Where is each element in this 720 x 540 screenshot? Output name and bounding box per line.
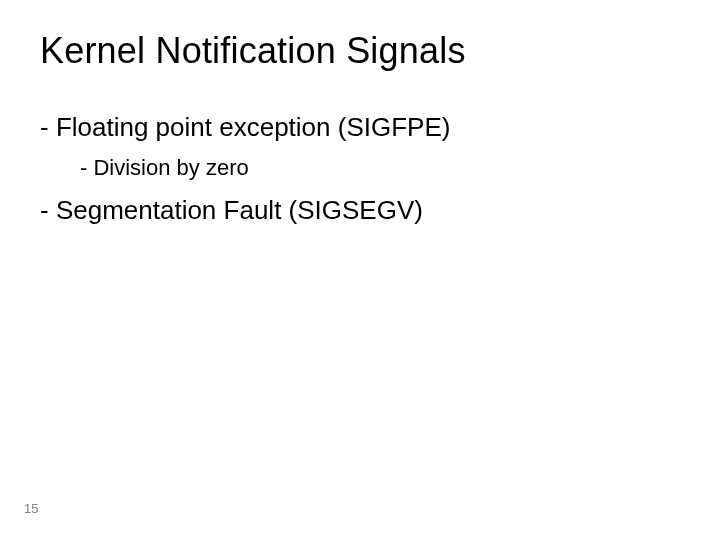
bullet-text: Segmentation Fault (SIGSEGV) [56,195,423,225]
page-number: 15 [24,501,38,516]
bullet-level-2: Division by zero [80,155,680,181]
bullet-list: Floating point exception (SIGFPE) Divisi… [40,112,680,226]
slide-title: Kernel Notification Signals [40,30,680,72]
bullet-text: Division by zero [93,155,248,180]
bullet-level-1: Segmentation Fault (SIGSEGV) [40,195,680,226]
slide: Kernel Notification Signals Floating poi… [0,0,720,540]
bullet-level-1: Floating point exception (SIGFPE) [40,112,680,143]
bullet-text: Floating point exception (SIGFPE) [56,112,451,142]
